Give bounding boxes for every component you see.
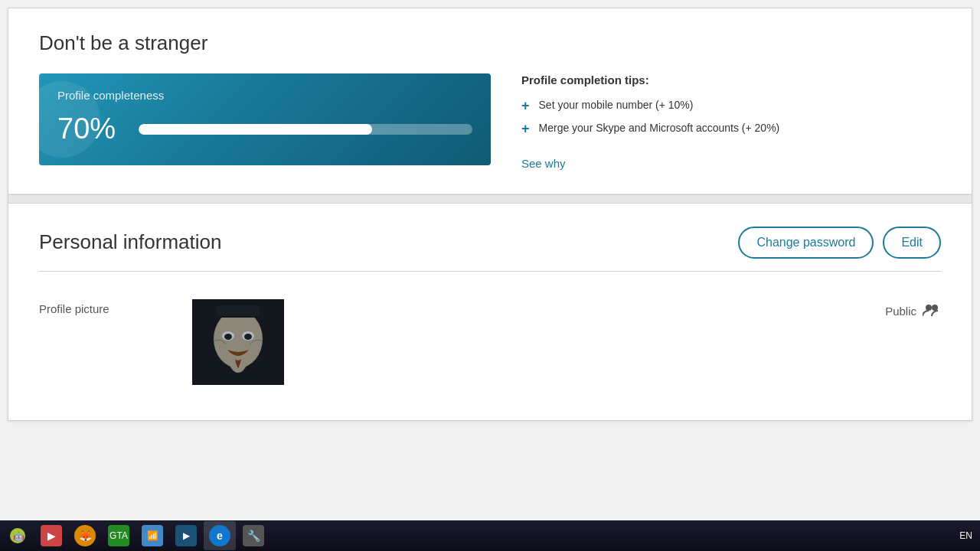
svg-point-10 [932,305,938,311]
taskbar-right: EN [959,530,978,541]
privacy-badge: Public [885,299,941,320]
media-player-icon: ▶ [41,525,62,546]
wifi-icon: 📶 [142,525,163,546]
personal-header: Personal information Change password Edi… [39,227,941,272]
progress-bar [139,124,472,135]
firefox-icon: 🦊 [74,525,96,546]
taskbar-game[interactable]: GTA [103,521,135,550]
stranger-title: Don't be a stranger [39,31,941,55]
game-icon: GTA [108,525,129,546]
tip-text-1: Set your mobile number (+ 10%) [539,99,694,111]
language-indicator: EN [959,530,972,541]
profile-completeness-card: Profile completeness 70% [39,73,491,165]
svg-text:🤖: 🤖 [13,530,24,542]
tips-section: Profile completion tips: + Set your mobi… [521,73,941,171]
personal-section: Personal information Change password Edi… [8,204,972,420]
svg-point-9 [926,305,932,311]
taskbar-wifi[interactable]: 📶 [136,521,168,550]
tip-text-2: Merge your Skype and Microsoft accounts … [539,122,780,134]
profile-picture-label: Profile picture [39,299,192,315]
taskbar-firefox[interactable]: 🦊 [69,521,101,550]
completeness-label: Profile completeness [57,89,472,102]
tip-plus-icon-1: + [521,99,530,114]
profile-picture-wrapper [192,299,885,385]
tool-icon: 🔧 [243,525,264,546]
media-icon-2: ▶ [175,525,197,546]
completeness-percent: 70% [57,112,126,145]
personal-title: Personal information [39,230,221,254]
taskbar-player2[interactable]: ▶ [170,521,202,550]
see-why-link[interactable]: See why [521,157,566,171]
tip-item-1: + Set your mobile number (+ 10%) [521,99,941,114]
progress-bar-fill [139,124,372,135]
privacy-label: Public [885,305,916,318]
taskbar: 🤖 ▶ 🦊 GTA 📶 ▶ [0,520,980,551]
profile-picture[interactable] [192,299,284,385]
profile-picture-row: Profile picture [39,287,941,397]
taskbar-android[interactable]: 🤖 [2,521,34,550]
stranger-section: Don't be a stranger Profile completeness… [8,8,972,194]
section-divider [8,194,972,204]
taskbar-media[interactable]: ▶ [35,521,67,550]
taskbar-ie[interactable]: e [204,521,236,550]
android-icon: 🤖 [7,525,28,546]
header-buttons: Change password Edit [738,227,941,259]
svg-rect-8 [192,299,284,385]
edit-button[interactable]: Edit [883,227,941,259]
tip-item-2: + Merge your Skype and Microsoft account… [521,122,941,137]
tip-plus-icon-2: + [521,122,530,137]
change-password-button[interactable]: Change password [738,227,874,259]
public-icon [923,302,941,320]
tips-title: Profile completion tips: [521,73,941,86]
ie-icon: e [209,525,230,546]
taskbar-tool[interactable]: 🔧 [237,521,270,550]
